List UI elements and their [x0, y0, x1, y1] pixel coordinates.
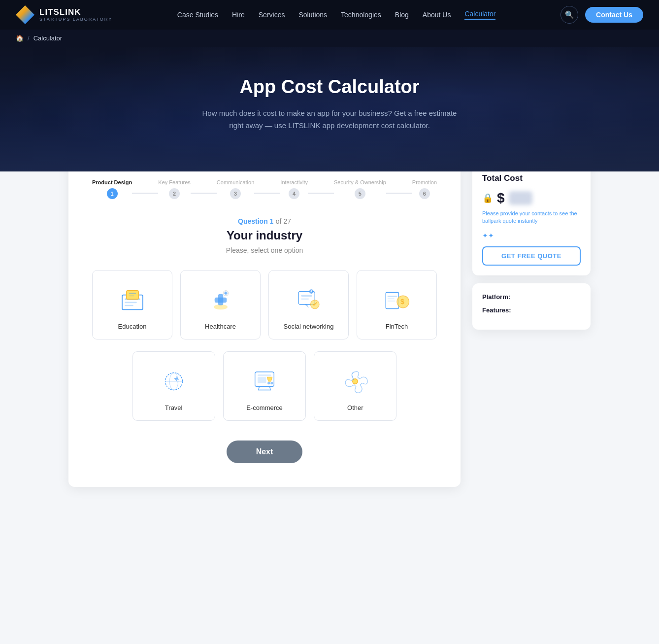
step-6: Promotion 6	[412, 179, 437, 199]
cost-hint: Please provide your contacts to see the …	[482, 210, 581, 225]
blurred-amount	[509, 191, 532, 205]
step-3-label: Communication	[217, 179, 254, 185]
svg-rect-9	[214, 297, 227, 303]
nav-hire[interactable]: Hire	[232, 11, 245, 19]
cost-row: 🔒 $	[482, 190, 581, 206]
step-1-label: Product Design	[92, 179, 132, 185]
step-2-label: Key Features	[158, 179, 190, 185]
nav-case-studies[interactable]: Case Studies	[177, 11, 218, 19]
ecommerce-icon-box	[249, 366, 280, 397]
nav-links: Case Studies Hire Services Solutions Tec…	[177, 10, 496, 20]
step-1: Product Design 1	[92, 179, 132, 199]
industry-education[interactable]: Education	[92, 270, 172, 339]
other-icon-box	[339, 366, 371, 397]
dollar-sign: $	[497, 190, 505, 206]
main-wrapper: Product Design 1 Key Features 2 Communic…	[59, 162, 600, 487]
svg-rect-6	[129, 295, 134, 296]
step-4: Interactivity 4	[280, 179, 308, 199]
step-5-label: Security & Ownership	[334, 179, 386, 185]
svg-rect-19	[387, 296, 396, 297]
ecommerce-label: E-commerce	[246, 404, 283, 411]
step-3: Communication 3	[217, 179, 254, 199]
travel-icon-box	[158, 366, 190, 397]
svg-point-30	[267, 381, 270, 384]
svg-rect-15	[301, 298, 309, 300]
industry-social[interactable]: Social networking	[268, 270, 349, 339]
industry-healthcare[interactable]: Healthcare	[180, 270, 261, 339]
sidebar: Total Cost 🔒 $ Please provide your conta…	[472, 162, 591, 487]
travel-icon	[160, 368, 188, 395]
industry-ecommerce[interactable]: E-commerce	[223, 351, 306, 421]
total-cost-title: Total Cost	[482, 173, 581, 183]
step-line-5	[386, 193, 412, 194]
next-wrap: Next	[92, 441, 437, 463]
hero-description: How much does it cost to make an app for…	[201, 107, 458, 132]
home-icon: 🏠	[16, 34, 24, 42]
question-meta: Question 1 of 27	[92, 217, 437, 226]
features-row: Features:	[482, 306, 581, 314]
lock-icon: 🔒	[482, 193, 493, 203]
get-quote-button[interactable]: GET FREE QUOTE	[482, 246, 581, 266]
svg-text:$: $	[400, 297, 404, 305]
nav-about[interactable]: About Us	[423, 11, 451, 19]
brand-sub: STARTUPS LABORATORY	[39, 17, 112, 22]
travel-label: Travel	[165, 404, 183, 411]
nav-technologies[interactable]: Technologies	[341, 11, 381, 19]
total-cost-box: Total Cost 🔒 $ Please provide your conta…	[472, 162, 591, 276]
svg-rect-2	[125, 302, 137, 303]
step-1-circle[interactable]: 1	[107, 188, 118, 199]
fintech-icon: $	[383, 286, 411, 314]
svg-rect-28	[258, 374, 271, 376]
step-3-circle[interactable]: 3	[230, 188, 241, 199]
fintech-icon-box: $	[381, 284, 413, 316]
nav-right: 🔍 Contact Us	[560, 6, 643, 24]
search-icon: 🔍	[565, 10, 574, 19]
svg-rect-21	[387, 300, 395, 301]
other-icon	[341, 368, 369, 395]
step-5-circle[interactable]: 5	[355, 188, 365, 199]
nav-calculator[interactable]: Calculator	[464, 10, 495, 20]
breadcrumb: 🏠 / Calculator	[0, 30, 659, 47]
search-button[interactable]: 🔍	[560, 6, 578, 24]
navigation: LITSLINK STARTUPS LABORATORY Case Studie…	[0, 0, 659, 30]
question-number: Question 1	[238, 217, 273, 225]
contact-button[interactable]: Contact Us	[585, 7, 643, 23]
breadcrumb-current: Calculator	[33, 34, 63, 42]
breadcrumb-sep: /	[28, 34, 30, 42]
ecommerce-icon	[251, 368, 278, 395]
next-button[interactable]: Next	[227, 441, 303, 463]
education-icon	[119, 286, 146, 314]
step-4-label: Interactivity	[280, 179, 308, 185]
question-title: Your industry	[92, 229, 437, 242]
nav-services[interactable]: Services	[259, 11, 285, 19]
healthcare-label: Healthcare	[205, 323, 236, 330]
social-icon	[295, 286, 323, 314]
nav-solutions[interactable]: Solutions	[298, 11, 327, 19]
industry-fintech[interactable]: $ FinTech	[357, 270, 437, 339]
step-2-circle[interactable]: 2	[169, 188, 180, 199]
education-label: Education	[118, 323, 147, 330]
calculator-card: Product Design 1 Key Features 2 Communic…	[68, 162, 461, 487]
svg-point-31	[270, 381, 273, 384]
fintech-label: FinTech	[386, 323, 408, 330]
breadcrumb-home[interactable]: 🏠	[16, 34, 24, 42]
logo-diamond	[16, 5, 34, 24]
svg-rect-20	[387, 298, 394, 299]
step-line-2	[191, 193, 217, 194]
industry-travel[interactable]: Travel	[132, 351, 215, 421]
nav-blog[interactable]: Blog	[395, 11, 409, 19]
svg-rect-29	[258, 377, 266, 383]
social-icon-box	[293, 284, 325, 316]
education-icon-box	[117, 284, 148, 316]
step-line-4	[308, 193, 334, 194]
step-line-1	[132, 193, 158, 194]
other-label: Other	[347, 404, 363, 411]
industry-other[interactable]: Other	[314, 351, 396, 421]
logo[interactable]: LITSLINK STARTUPS LABORATORY	[16, 5, 112, 24]
brand-name: LITSLINK	[39, 8, 112, 17]
svg-rect-3	[125, 305, 133, 306]
hero-title: App Cost Calculator	[10, 76, 649, 98]
step-6-circle[interactable]: 6	[419, 188, 430, 199]
step-line-3	[254, 193, 280, 194]
step-4-circle[interactable]: 4	[289, 188, 299, 199]
